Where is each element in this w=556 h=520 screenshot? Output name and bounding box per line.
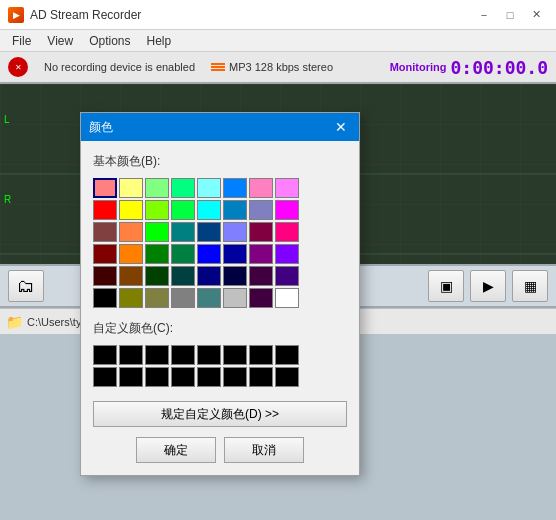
- basic-color-swatch-40[interactable]: [93, 288, 117, 308]
- basic-color-swatch-45[interactable]: [223, 288, 247, 308]
- cancel-button[interactable]: 取消: [224, 437, 304, 463]
- dialog-buttons: 确定 取消: [93, 437, 347, 463]
- basic-color-swatch-21[interactable]: [223, 222, 247, 242]
- basic-color-swatch-29[interactable]: [223, 244, 247, 264]
- menu-bar: File View Options Help: [0, 30, 556, 52]
- basic-color-swatch-30[interactable]: [249, 244, 273, 264]
- basic-color-swatch-35[interactable]: [171, 266, 195, 286]
- basic-color-swatch-24[interactable]: [93, 244, 117, 264]
- menu-view[interactable]: View: [39, 32, 81, 50]
- basic-color-swatch-27[interactable]: [171, 244, 195, 264]
- basic-color-swatch-17[interactable]: [119, 222, 143, 242]
- basic-color-swatch-10[interactable]: [145, 200, 169, 220]
- dialog-title-bar: 颜色 ✕: [81, 113, 359, 141]
- define-colors-button[interactable]: 规定自定义颜色(D) >>: [93, 401, 347, 427]
- custom-color-swatch-15[interactable]: [275, 367, 299, 387]
- basic-color-swatch-3[interactable]: [171, 178, 195, 198]
- basic-color-swatch-42[interactable]: [145, 288, 169, 308]
- custom-color-swatch-5[interactable]: [223, 345, 247, 365]
- app-window: ▶ AD Stream Recorder − □ ✕ File View Opt…: [0, 0, 556, 520]
- basic-color-swatch-36[interactable]: [197, 266, 221, 286]
- minimize-button[interactable]: −: [472, 6, 496, 24]
- basic-color-swatch-34[interactable]: [145, 266, 169, 286]
- custom-color-swatch-14[interactable]: [249, 367, 273, 387]
- recording-area: ✕ No recording device is enabled MP3 128…: [0, 52, 556, 520]
- dialog-body: 基本颜色(B): 自定义颜色(C): 规定自定义颜色(D) >> 确定 取消: [81, 141, 359, 475]
- app-title: AD Stream Recorder: [30, 8, 472, 22]
- basic-color-swatch-4[interactable]: [197, 178, 221, 198]
- custom-color-swatch-11[interactable]: [171, 367, 195, 387]
- window-controls: − □ ✕: [472, 6, 548, 24]
- basic-color-swatch-7[interactable]: [275, 178, 299, 198]
- custom-color-swatch-12[interactable]: [197, 367, 221, 387]
- basic-color-swatch-11[interactable]: [171, 200, 195, 220]
- basic-color-swatch-39[interactable]: [275, 266, 299, 286]
- basic-color-swatch-18[interactable]: [145, 222, 169, 242]
- basic-color-swatch-47[interactable]: [275, 288, 299, 308]
- basic-color-swatch-44[interactable]: [197, 288, 221, 308]
- custom-color-swatch-9[interactable]: [119, 367, 143, 387]
- basic-color-swatch-33[interactable]: [119, 266, 143, 286]
- custom-color-swatch-7[interactable]: [275, 345, 299, 365]
- menu-file[interactable]: File: [4, 32, 39, 50]
- custom-color-swatch-0[interactable]: [93, 345, 117, 365]
- custom-color-swatch-1[interactable]: [119, 345, 143, 365]
- basic-color-swatch-16[interactable]: [93, 222, 117, 242]
- basic-color-swatch-19[interactable]: [171, 222, 195, 242]
- close-button[interactable]: ✕: [524, 6, 548, 24]
- basic-color-swatch-1[interactable]: [119, 178, 143, 198]
- custom-color-swatch-13[interactable]: [223, 367, 247, 387]
- color-dialog: 颜色 ✕ 基本颜色(B): 自定义颜色(C): 规定自定义颜色(D) >>: [80, 112, 360, 476]
- basic-color-swatch-13[interactable]: [223, 200, 247, 220]
- basic-color-swatch-32[interactable]: [93, 266, 117, 286]
- menu-help[interactable]: Help: [139, 32, 180, 50]
- basic-color-swatch-31[interactable]: [275, 244, 299, 264]
- menu-options[interactable]: Options: [81, 32, 138, 50]
- dialog-close-button[interactable]: ✕: [331, 120, 351, 134]
- title-bar: ▶ AD Stream Recorder − □ ✕: [0, 0, 556, 30]
- app-icon: ▶: [8, 7, 24, 23]
- dialog-title: 颜色: [89, 119, 113, 136]
- custom-color-swatch-3[interactable]: [171, 345, 195, 365]
- basic-colors-grid: [93, 178, 347, 308]
- maximize-button[interactable]: □: [498, 6, 522, 24]
- basic-color-swatch-2[interactable]: [145, 178, 169, 198]
- basic-color-swatch-12[interactable]: [197, 200, 221, 220]
- basic-color-swatch-14[interactable]: [249, 200, 273, 220]
- basic-color-swatch-0[interactable]: [93, 178, 117, 198]
- dialog-overlay: 颜色 ✕ 基本颜色(B): 自定义颜色(C): 规定自定义颜色(D) >>: [0, 52, 556, 520]
- ok-button[interactable]: 确定: [136, 437, 216, 463]
- main-content: ✕ No recording device is enabled MP3 128…: [0, 52, 556, 520]
- basic-color-swatch-25[interactable]: [119, 244, 143, 264]
- basic-color-swatch-9[interactable]: [119, 200, 143, 220]
- basic-color-swatch-5[interactable]: [223, 178, 247, 198]
- custom-color-swatch-10[interactable]: [145, 367, 169, 387]
- basic-color-swatch-22[interactable]: [249, 222, 273, 242]
- custom-colors-grid: [93, 345, 347, 387]
- basic-color-swatch-28[interactable]: [197, 244, 221, 264]
- custom-color-swatch-8[interactable]: [93, 367, 117, 387]
- custom-color-swatch-2[interactable]: [145, 345, 169, 365]
- basic-color-swatch-8[interactable]: [93, 200, 117, 220]
- basic-color-swatch-26[interactable]: [145, 244, 169, 264]
- custom-color-swatch-6[interactable]: [249, 345, 273, 365]
- basic-color-swatch-20[interactable]: [197, 222, 221, 242]
- custom-colors-label: 自定义颜色(C):: [93, 320, 347, 337]
- basic-color-swatch-43[interactable]: [171, 288, 195, 308]
- basic-color-swatch-46[interactable]: [249, 288, 273, 308]
- custom-color-swatch-4[interactable]: [197, 345, 221, 365]
- basic-color-swatch-6[interactable]: [249, 178, 273, 198]
- basic-color-swatch-15[interactable]: [275, 200, 299, 220]
- basic-color-swatch-37[interactable]: [223, 266, 247, 286]
- basic-color-swatch-38[interactable]: [249, 266, 273, 286]
- basic-color-swatch-23[interactable]: [275, 222, 299, 242]
- basic-colors-label: 基本颜色(B):: [93, 153, 347, 170]
- basic-color-swatch-41[interactable]: [119, 288, 143, 308]
